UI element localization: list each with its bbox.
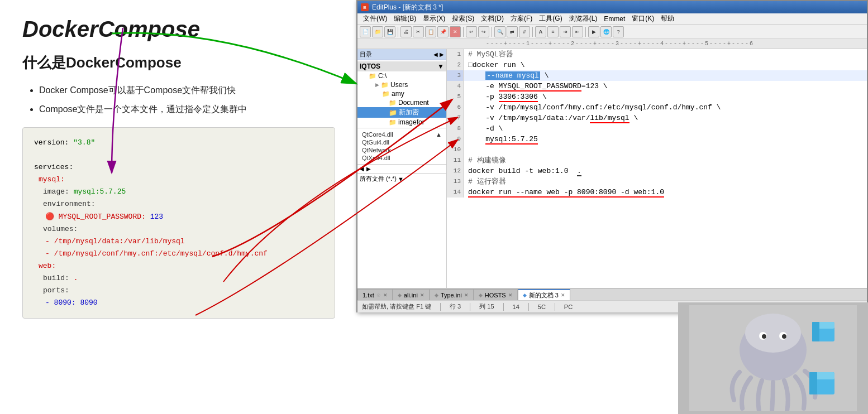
toolbar-indent[interactable]: ⇥ — [560, 26, 571, 37]
toolbar-sep-5 — [585, 27, 586, 37]
line-num-13: 13 — [447, 176, 464, 187]
menu-window[interactable]: 窗口(K) — [628, 14, 657, 23]
build-val: . — [74, 274, 78, 282]
toolbar-save[interactable]: 💾 — [384, 26, 395, 37]
tab-close-hosts[interactable]: ✕ — [508, 292, 513, 298]
title-text: DockerCompose — [22, 17, 200, 41]
menu-file[interactable]: 文件(W) — [360, 14, 390, 23]
toolbar-copy[interactable]: 📋 — [425, 26, 436, 37]
dll-qtgui[interactable]: QtGui4.dll — [360, 138, 444, 146]
svg-point-2 — [745, 314, 801, 353]
editplus-body: 目录 ◀ ▶ IQTOS ▼ 📁 C:\ ▶ 📁 Users — [357, 49, 867, 288]
folder-icon: 📁 — [369, 73, 376, 80]
tab-typeini[interactable]: ◆ Type.ini ✕ — [430, 289, 474, 300]
toolbar-print[interactable]: 🖨 — [400, 26, 412, 37]
tab-1txt[interactable]: 1.txt ⊗ ✕ — [357, 289, 393, 300]
line-content-6: -v /tmp/mysql/conf/hmy.cnf:/etc/mysql/co… — [464, 102, 867, 113]
image-key: image: — [43, 187, 69, 196]
toolbar-replace[interactable]: ⇄ — [507, 26, 518, 37]
image-val: mysql:5.7.25 — [74, 187, 126, 196]
toolbar-sep-3 — [492, 27, 492, 37]
slide-subtitle: 什么是DockerCompose — [22, 53, 335, 73]
code-line-12: 12 docker build -t web:1.0 . — [447, 166, 867, 176]
tree-item-documents[interactable]: 📁 Document — [357, 98, 446, 107]
toolbar-new[interactable]: 📄 — [360, 26, 371, 37]
status-sep-5 — [555, 303, 555, 311]
bullet-1: Docker Compose可以基于Compose文件帮我们快 — [39, 84, 335, 97]
tab-close-aliini[interactable]: ✕ — [420, 292, 425, 298]
web-key: web: — [39, 262, 56, 270]
tab-hosts[interactable]: ◆ HOSTS ✕ — [474, 289, 518, 300]
file-tree-nav[interactable]: ◀ ▶ — [433, 51, 444, 57]
filter-text: 所有文件 (*.*) — [360, 175, 397, 183]
toolbar-undo[interactable]: ↩ — [466, 26, 477, 37]
toolbar-help[interactable]: ? — [613, 26, 624, 37]
tab-label-typeini: Type.ini — [441, 292, 462, 299]
tab-close-typeini[interactable]: ✕ — [464, 292, 469, 298]
status-num14: 14 — [513, 304, 519, 310]
vol2: - /tmp/mysql/conf/hmy.cnf:/etc/mysql/con… — [45, 249, 268, 258]
expand-arrow: ▶ — [375, 82, 379, 88]
toolbar-outdent[interactable]: ⇤ — [572, 26, 583, 37]
menu-doc[interactable]: 文档(D) — [478, 14, 507, 23]
tab-aliini[interactable]: ◆ ali.ini ✕ — [393, 289, 430, 300]
dll-qtxml[interactable]: QtXml4.dll — [360, 154, 444, 162]
menu-search[interactable]: 搜索(S) — [449, 14, 478, 23]
tab-close-1txt[interactable]: ✕ — [383, 292, 388, 298]
line-num-2: 2 — [447, 60, 464, 70]
tree-item-amy[interactable]: 📁 amy — [357, 89, 446, 98]
line-num-3: 3 — [447, 70, 464, 81]
menu-project[interactable]: 方案(F) — [507, 14, 536, 23]
toolbar-open[interactable]: 📁 — [372, 26, 383, 37]
tab-label-1txt: 1.txt — [363, 292, 374, 299]
status-sep-4 — [528, 303, 529, 311]
tree-item-c[interactable]: 📁 C:\ — [357, 71, 446, 80]
line-content-1: # MySQL容器 — [464, 49, 867, 60]
line-content-4: -e MYSQL_ROOT_PASSWORD=123 \ — [464, 81, 867, 92]
bullet-2: Compose文件是一个文本文件，通过指令定义集群中 — [39, 103, 335, 116]
menu-emmet[interactable]: Emmet — [600, 15, 628, 23]
status-sep-1 — [440, 303, 441, 311]
toolbar-run[interactable]: ▶ — [588, 26, 599, 37]
toolbar-redo[interactable]: ↪ — [478, 26, 489, 37]
toolbar-find[interactable]: 🔍 — [494, 26, 505, 37]
volumes-key: volumes: — [43, 225, 78, 233]
menu-edit[interactable]: 编辑(B) — [390, 14, 419, 23]
code-line-1: 1 # MySQL容器 — [447, 49, 867, 60]
version-val: "3.8" — [73, 138, 95, 147]
toolbar-sep-1 — [398, 27, 398, 37]
editplus-menubar[interactable]: 文件(W) 编辑(B) 显示(X) 搜索(S) 文档(D) 方案(F) 工具(G… — [357, 13, 867, 25]
menu-view[interactable]: 显示(X) — [419, 14, 449, 23]
menu-browser[interactable]: 浏览器(L) — [566, 14, 601, 23]
tree-root[interactable]: IQTOS ▼ — [357, 61, 446, 71]
tab-close-newdoc3[interactable]: ✕ — [561, 292, 565, 298]
env-key: environment: — [43, 200, 96, 208]
menu-tools[interactable]: 工具(G) — [536, 14, 565, 23]
toolbar-browse[interactable]: 🌐 — [600, 26, 612, 37]
toolbar-b2[interactable]: ≡ — [547, 26, 559, 37]
toolbar-cut[interactable]: ✂ — [413, 26, 424, 37]
toolbar-paste[interactable]: 📌 — [437, 26, 449, 37]
line-num-5: 5 — [447, 92, 464, 102]
dll-qtnetwork[interactable]: QtNetwork — [360, 146, 444, 154]
tab-newdoc3[interactable]: ◆ 新的文档 3 ✕ — [518, 289, 570, 300]
tree-label-enc: 新加密 — [399, 108, 419, 117]
tree-item-users[interactable]: ▶ 📁 Users — [357, 80, 446, 89]
menu-help[interactable]: 帮助 — [657, 14, 678, 23]
code-editor-area[interactable]: 1 # MySQL容器 2 □docker run \ 3 --name mys… — [447, 49, 867, 288]
line-content-7: -v /tmp/mysql/data:/var/lib/mysql \ — [464, 113, 867, 123]
tree-divider — [357, 128, 446, 128]
code-line-4: 4 -e MYSQL_ROOT_PASSWORD=123 \ — [447, 81, 867, 92]
dll-qtcore[interactable]: QtCore4.dll ▲ — [360, 131, 444, 138]
toolbar-x[interactable]: ✕ — [450, 26, 461, 37]
toolbar-goto[interactable]: # — [519, 26, 530, 37]
tree-item-newenc[interactable]: 📁 新加密 — [357, 107, 446, 118]
line-num-9: 9 — [447, 134, 464, 145]
toolbar-bold[interactable]: A — [535, 26, 546, 37]
status-sep-2 — [470, 303, 470, 311]
tree-item-imagefor[interactable]: 📁 imagefor — [357, 118, 446, 127]
file-type-filter[interactable]: 所有文件 (*.*) ▼ — [357, 173, 446, 184]
line-num-8: 8 — [447, 123, 464, 134]
editplus-title: EditPlus - [新的文档 3 *] — [372, 3, 443, 12]
line-content-9: mysql:5.7.25 — [464, 134, 867, 145]
